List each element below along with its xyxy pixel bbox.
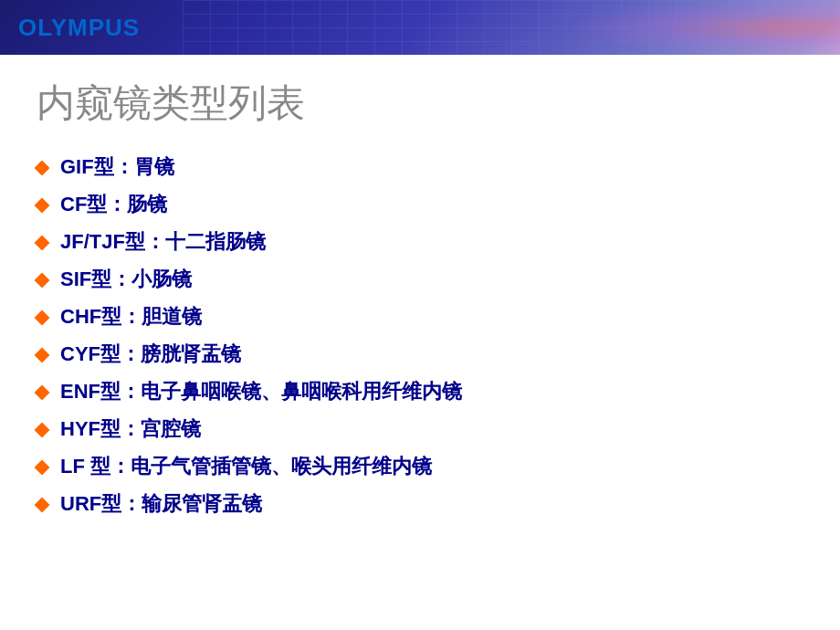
item-text-3: JF/TJF型：十二指肠镜 bbox=[60, 226, 266, 257]
type-desc: 电子鼻咽喉镜、鼻咽喉科用纤维内镜 bbox=[141, 380, 462, 403]
type-desc: 胆道镜 bbox=[142, 305, 202, 328]
item-text-6: CYF型：膀胱肾盂镜 bbox=[60, 339, 241, 369]
diamond-bullet bbox=[35, 310, 50, 325]
list-item: CYF型：膀胱肾盂镜 bbox=[37, 339, 803, 369]
type-desc: 输尿管肾盂镜 bbox=[142, 492, 262, 515]
diamond-bullet bbox=[35, 422, 50, 437]
list-item: HYF型：宫腔镜 bbox=[37, 414, 803, 444]
diamond-bullet bbox=[35, 160, 50, 175]
list-item: LF 型：电子气管插管镜、喉头用纤维内镜 bbox=[37, 451, 803, 481]
type-code: HYF型： bbox=[60, 417, 141, 440]
header: OLYMPUS bbox=[0, 0, 840, 55]
type-desc: 小肠镜 bbox=[131, 268, 192, 290]
header-grid-bg bbox=[183, 0, 840, 55]
type-code: SIF型： bbox=[60, 268, 131, 290]
type-code: LF 型： bbox=[60, 455, 131, 478]
list-item: URF型：输尿管肾盂镜 bbox=[37, 488, 803, 519]
item-text-7: ENF型：电子鼻咽喉镜、鼻咽喉科用纤维内镜 bbox=[60, 376, 462, 406]
type-code: ENF型： bbox=[60, 380, 141, 403]
diamond-bullet bbox=[35, 497, 50, 512]
type-code: CF型： bbox=[60, 193, 127, 215]
type-code: URF型： bbox=[60, 492, 142, 515]
list-item: JF/TJF型：十二指肠镜 bbox=[37, 226, 803, 257]
type-desc: 宫腔镜 bbox=[141, 417, 201, 440]
list-item: CHF型：胆道镜 bbox=[37, 301, 803, 331]
diamond-bullet bbox=[35, 197, 50, 213]
item-text-2: CF型：肠镜 bbox=[60, 189, 167, 219]
item-text-4: SIF型：小肠镜 bbox=[60, 264, 192, 294]
list-item: GIF型：胃镜 bbox=[37, 152, 803, 182]
type-desc: 胃镜 bbox=[134, 155, 174, 178]
diamond-bullet bbox=[35, 272, 50, 288]
item-text-10: URF型：输尿管肾盂镜 bbox=[60, 488, 262, 519]
type-desc: 电子气管插管镜、喉头用纤维内镜 bbox=[131, 455, 432, 478]
item-text-5: CHF型：胆道镜 bbox=[60, 301, 202, 331]
item-text-9: LF 型：电子气管插管镜、喉头用纤维内镜 bbox=[60, 451, 432, 481]
diamond-bullet bbox=[35, 235, 50, 250]
list-item: CF型：肠镜 bbox=[37, 189, 803, 219]
list-item: SIF型：小肠镜 bbox=[37, 264, 803, 294]
diamond-bullet bbox=[35, 347, 50, 362]
item-text-1: GIF型：胃镜 bbox=[60, 152, 174, 182]
olympus-logo: OLYMPUS bbox=[18, 14, 140, 42]
type-code: JF/TJF型： bbox=[60, 230, 165, 253]
type-desc: 肠镜 bbox=[127, 193, 167, 215]
item-text-8: HYF型：宫腔镜 bbox=[60, 414, 201, 444]
type-code: CHF型： bbox=[60, 305, 142, 328]
type-desc: 十二指肠镜 bbox=[165, 230, 266, 253]
list-item: ENF型：电子鼻咽喉镜、鼻咽喉科用纤维内镜 bbox=[37, 376, 803, 406]
page-title: 内窥镜类型列表 bbox=[0, 55, 840, 147]
type-desc: 膀胱肾盂镜 bbox=[141, 342, 241, 365]
type-code: CYF型： bbox=[60, 342, 141, 365]
content-area: GIF型：胃镜CF型：肠镜JF/TJF型：十二指肠镜SIF型：小肠镜CHF型：胆… bbox=[0, 147, 840, 535]
diamond-bullet bbox=[35, 384, 50, 400]
type-code: GIF型： bbox=[60, 155, 134, 178]
diamond-bullet bbox=[35, 459, 50, 475]
logo-text: OLYMPUS bbox=[18, 14, 140, 41]
